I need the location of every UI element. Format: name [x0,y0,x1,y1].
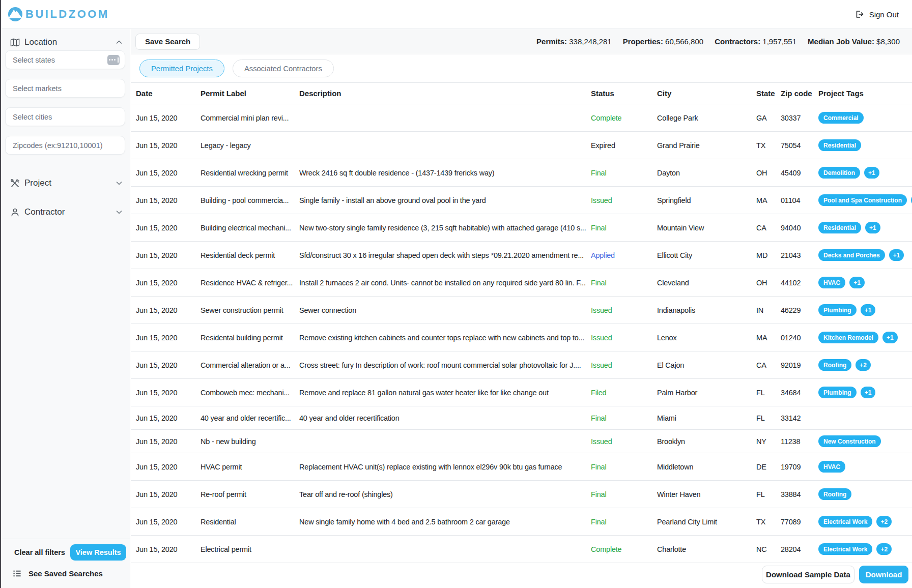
state-cell: OH [751,169,776,177]
status-cell: Expired [586,141,652,150]
table-row[interactable]: Jun 15, 2020Re-roof permitTear off and r… [131,481,912,508]
view-results-button[interactable]: View Results [70,544,126,561]
download-button[interactable]: Download [859,566,908,583]
contractor-section-header[interactable]: Contractor [10,207,123,217]
clear-all-filters-button[interactable]: Clear all filters [14,548,65,556]
project-tag[interactable]: Residential [818,222,861,233]
project-tag[interactable]: Residential [818,139,861,151]
more-tags-badge[interactable]: +1 [861,304,876,316]
project-tag[interactable]: Commercial [818,112,864,124]
result-tabs: Permitted Projects Associated Contractor… [131,54,912,82]
city-cell: Springfield [652,196,751,204]
table-row[interactable]: Jun 15, 2020Building - pool commercia...… [131,187,912,214]
save-search-button[interactable]: Save Search [135,34,200,50]
project-tag[interactable]: Electrical Work [818,543,872,555]
project-tag[interactable]: Electrical Work [818,516,872,527]
project-tag[interactable]: Plumbing [818,304,857,316]
table-row[interactable]: Jun 15, 2020Residence HVAC & refriger...… [131,269,912,297]
table-row[interactable]: Jun 15, 2020Nb - new buildingIssuedBrook… [131,430,912,453]
project-tag[interactable]: Roofing [818,359,851,371]
more-tags-badge[interactable]: +2 [856,359,871,371]
project-tag[interactable]: Kitchen Remodel [818,332,878,343]
zip-code-cell: 75054 [776,141,813,150]
project-section-header[interactable]: Project [10,178,123,188]
project-tag[interactable]: Pool and Spa Construction [818,194,907,206]
table-row[interactable]: Jun 15, 2020Residental building permitRe… [131,324,912,351]
more-tags-badge[interactable]: +1 [889,249,904,261]
project-tag[interactable]: HVAC [818,461,845,473]
more-tags-badge[interactable]: +1 [865,222,880,233]
sign-out-icon [854,9,864,19]
col-state: State [751,89,776,98]
col-description: Description [294,89,586,98]
select-cities-input[interactable]: Select cities [5,107,125,126]
table-row[interactable]: Jun 15, 2020Comboweb mec: mechani...Remo… [131,379,912,406]
table-row[interactable]: Jun 15, 202040 year and older recertific… [131,406,912,430]
date-cell: Jun 15, 2020 [131,437,195,446]
table-row[interactable]: Jun 15, 2020Sewer construction permitSew… [131,297,912,324]
table-row[interactable]: Jun 15, 2020Residential wrecking permitW… [131,159,912,187]
stat-contractors: Contractors: 1,957,551 [715,37,796,46]
state-cell: MD [751,251,776,259]
project-tag[interactable]: Demolition [818,167,860,179]
zipcodes-input[interactable]: Zipcodes (ex:91210,10001) [5,136,125,155]
permit-label-cell: Residential wrecking permit [195,169,294,177]
sidebar-footer-divider [0,539,130,539]
permit-label-cell: Sewer construction permit [195,306,294,314]
buildzoom-logo-icon [8,7,22,21]
project-tag[interactable]: Plumbing [818,387,857,398]
state-cell: FL [751,414,776,422]
more-tags-badge[interactable]: +2 [876,516,892,527]
status-cell: Issued [586,334,652,342]
more-tags-badge[interactable]: +1 [849,277,865,288]
tab-permitted-projects[interactable]: Permitted Projects [139,60,224,77]
status-cell: Final [586,490,652,498]
table-row[interactable]: Jun 15, 2020Legacy - legacyExpiredGrand … [131,132,912,159]
download-sample-data-button[interactable]: Download Sample Data [762,566,854,583]
table-row[interactable]: Jun 15, 2020Commercial alteration or a..… [131,351,912,379]
state-cell: MA [751,196,776,204]
project-tag[interactable]: HVAC [818,277,845,288]
status-cell: Complete [586,545,652,553]
more-tags-badge[interactable]: +1 [861,387,876,398]
state-cell: FL [751,389,776,397]
stats-bar: Save Search Permits: 338,248,281 Propert… [131,29,912,54]
city-cell: Winter Haven [652,490,751,498]
date-cell: Jun 15, 2020 [131,463,195,471]
buildzoom-logo[interactable]: BUILDZOOM [8,7,109,21]
more-tags-badge[interactable]: +1 [882,332,898,343]
zip-code-cell: 19709 [776,463,813,471]
description-cell: Remove existing kitchen cabinets and cou… [294,334,586,342]
table-row[interactable]: Jun 15, 2020ResidentialNew single family… [131,508,912,536]
sign-out-button[interactable]: Sign Out [854,9,899,19]
table-row[interactable]: Jun 15, 2020HVAC permitReplacement HVAC … [131,453,912,481]
status-cell: Filed [586,389,652,397]
tab-associated-contractors[interactable]: Associated Contractors [233,60,334,77]
contractor-section-label: Contractor [24,207,65,217]
see-saved-searches-button[interactable]: See Saved Searches [13,569,103,578]
col-permit-label: Permit Label [195,89,294,98]
more-tags-badge[interactable]: +1 [864,167,879,179]
project-tags-cell: Demolition+1 [813,167,912,179]
table-row[interactable]: Jun 15, 2020Electrical permitCompleteCha… [131,536,912,563]
project-tag[interactable]: New Construction [818,435,881,447]
map-icon [10,38,20,47]
select-states-input[interactable]: Select states [5,50,125,69]
city-cell: Pearland City Limit [652,518,751,526]
state-cell: CA [751,224,776,232]
table-row[interactable]: Jun 15, 2020Building electrical mechani.… [131,214,912,242]
project-tag[interactable]: Decks and Porches [818,249,885,261]
table-row[interactable]: Jun 15, 2020Residential deck permitSfd/c… [131,242,912,269]
table-row[interactable]: Jun 15, 2020Commercial mini plan revi...… [131,104,912,132]
state-cell: FL [751,490,776,498]
project-tag[interactable]: Roofing [818,488,851,500]
states-menu-button[interactable] [107,55,120,65]
more-tags-badge[interactable]: +2 [876,543,892,555]
project-tags-cell: Electrical Work+2 [813,543,912,555]
chevron-down-icon [116,180,123,187]
status-cell: Issued [586,196,652,204]
description-cell: Cross street: fury In description of wor… [294,361,586,369]
location-section-header[interactable]: Location [10,37,123,47]
date-cell: Jun 15, 2020 [131,389,195,397]
select-markets-input[interactable]: Select markets [5,79,125,98]
